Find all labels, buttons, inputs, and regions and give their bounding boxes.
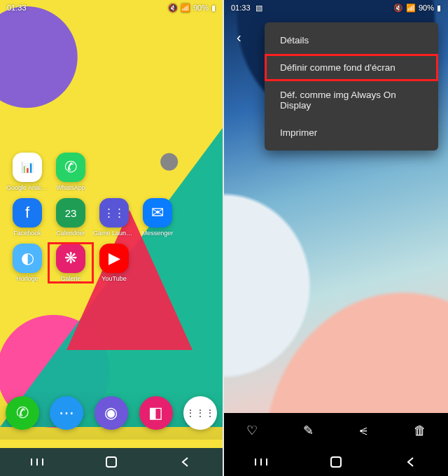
calendrier-icon: 23 — [56, 198, 85, 227]
app-label: Google Analytics — [6, 184, 48, 191]
youtube-icon: ▶ — [99, 244, 129, 273]
nav-bar — [224, 448, 448, 476]
bottom-toolbar: ♡ ✎ ⪪ 🗑 — [224, 413, 448, 448]
app-whatsapp[interactable]: ✆WhatsApp — [49, 153, 92, 191]
heart-icon: ♡ — [246, 423, 258, 438]
app-label: Facebook — [13, 230, 41, 237]
phone-gallery-menu: 01:33 ▧ 🔇 📶 90% ▮ ‹ DétailsDéfinir comme… — [224, 0, 448, 476]
menu-item-print[interactable]: Imprimer — [265, 119, 438, 146]
app-label: WhatsApp — [56, 184, 85, 191]
app-messenger[interactable]: ✉Messenger — [136, 198, 179, 237]
back-button[interactable] — [400, 451, 421, 472]
phone-home-screen: 01:33 🔇 📶 90% ▮ 📊Google Analytics✆WhatsA… — [0, 0, 224, 476]
app-google-analytics[interactable]: 📊Google Analytics — [6, 153, 49, 191]
pencil-icon: ✎ — [303, 423, 314, 438]
context-menu: DétailsDéfinir comme fond d'écranDéf. co… — [265, 22, 438, 150]
status-bar: 01:33 ▧ 🔇 📶 90% ▮ — [224, 0, 448, 15]
app-label: Horloge — [16, 275, 38, 282]
dock-camera-button[interactable]: ◧ — [139, 396, 173, 430]
screenshot-icon: ▧ — [255, 4, 262, 13]
horloge-icon: ◐ — [13, 244, 42, 273]
galerie-icon: ❋ — [56, 244, 85, 273]
menu-item-aod[interactable]: Déf. comme img Always On Display — [265, 81, 438, 119]
app-label: Galerie — [60, 275, 80, 282]
app-label: YouTube — [102, 275, 126, 282]
app-game-launcher[interactable]: ⋮⋮Game Launcher — [92, 198, 136, 237]
google-analytics-icon: 📊 — [13, 153, 42, 182]
delete-button[interactable]: 🗑 — [406, 416, 434, 444]
dock-browser-button[interactable]: ◉ — [94, 396, 128, 430]
app-label: Game Launcher — [93, 230, 135, 237]
status-bar: 01:33 🔇 📶 90% ▮ — [0, 0, 223, 15]
app-label: Messenger — [142, 230, 174, 237]
trash-icon: 🗑 — [414, 424, 426, 438]
share-button[interactable]: ⪪ — [350, 416, 378, 444]
status-time: 01:33 — [231, 4, 251, 12]
game-launcher-icon: ⋮⋮ — [99, 198, 129, 227]
status-battery-pct: 90% — [419, 4, 434, 12]
home-button[interactable] — [101, 451, 122, 472]
status-time: 01:33 — [7, 4, 27, 12]
app-area: 📊Google Analytics✆WhatsApp fFacebook23Ca… — [0, 153, 223, 282]
signal-icon: 📶 — [406, 4, 416, 13]
app-facebook[interactable]: fFacebook — [6, 198, 49, 237]
menu-item-wallpaper[interactable]: Définir comme fond d'écran — [265, 54, 438, 81]
app-calendrier[interactable]: 23Calendrier — [49, 198, 92, 237]
svg-rect-1 — [331, 457, 341, 467]
mute-icon: 🔇 — [168, 4, 178, 13]
back-chevron-icon[interactable]: ‹ — [237, 29, 241, 46]
battery-icon: ▮ — [211, 4, 216, 13]
favorite-button[interactable]: ♡ — [238, 416, 266, 444]
home-button[interactable] — [326, 451, 346, 472]
app-horloge[interactable]: ◐Horloge — [6, 244, 49, 282]
whatsapp-icon: ✆ — [56, 153, 85, 182]
battery-icon: ▮ — [437, 4, 441, 13]
menu-item-details[interactable]: Détails — [265, 27, 438, 54]
dock-phone-button[interactable]: ✆ — [6, 396, 39, 430]
recents-button[interactable] — [27, 451, 48, 472]
edit-button[interactable]: ✎ — [294, 416, 322, 444]
signal-icon: 📶 — [181, 4, 190, 13]
mute-icon: 🔇 — [393, 4, 403, 13]
dock: ✆⋯◉◧⋮⋮⋮ — [0, 386, 223, 440]
dock-messages-button[interactable]: ⋯ — [50, 396, 83, 430]
back-button[interactable] — [175, 451, 196, 472]
recents-button[interactable] — [251, 451, 272, 472]
nav-bar — [0, 448, 223, 476]
svg-rect-0 — [106, 457, 116, 467]
app-galerie[interactable]: ❋Galerie — [49, 244, 92, 282]
app-label: Calendrier — [56, 230, 85, 237]
messenger-icon: ✉ — [143, 198, 172, 227]
dock-apps-button[interactable]: ⋮⋮⋮ — [183, 396, 217, 430]
facebook-icon: f — [13, 198, 42, 227]
share-icon: ⪪ — [358, 424, 370, 438]
app-youtube[interactable]: ▶YouTube — [92, 244, 136, 282]
status-battery-pct: 90% — [193, 4, 209, 12]
